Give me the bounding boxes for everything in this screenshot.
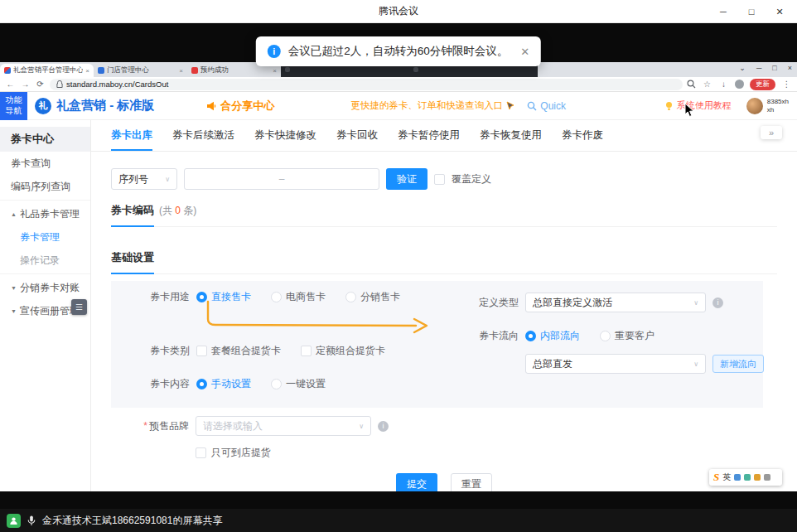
radio-icon [271,292,282,302]
browser-tab-store-admin[interactable]: 门店管理中心 × [94,64,187,77]
tab-card-restore[interactable]: 券卡恢复使用 [480,120,542,151]
mic-icon [27,515,36,526]
sidebar-item-card-query[interactable]: 券卡查询 [0,152,90,175]
tabs-overflow-button[interactable]: » [761,126,782,139]
radio-ecommerce-sale[interactable]: 电商售卡 [271,290,326,304]
share-status-text: 金禾通技术王斌18662591081的屏幕共享 [42,514,222,528]
function-nav-toggle[interactable]: 功能 导航 [0,92,27,120]
chevron-down-icon: ∨ [693,360,698,368]
info-circle-icon: i [268,45,281,58]
ime-toolbox-icon[interactable] [764,474,770,481]
presale-brand-label: *预售品牌 [111,419,189,433]
browser-close-button[interactable]: × [788,64,792,72]
tab-close-icon[interactable]: × [273,67,277,75]
radio-direct-sale[interactable]: 直接售卡 [196,290,251,304]
close-button[interactable]: ✕ [766,0,794,23]
radio-internal-flow[interactable]: 内部流向 [525,329,580,343]
tab-close-icon[interactable]: × [85,67,89,75]
radio-icon [600,331,611,341]
sidebar-collapse-handle[interactable]: ☰ [71,299,87,315]
form-actions: 提交 重置 [91,473,797,491]
tab-card-recycle[interactable]: 券卡回收 [336,120,378,151]
sidebar-item-operation-log[interactable]: 操作记录 [0,249,90,272]
sidebar-item-code-sequence-query[interactable]: 编码序列查询 [0,175,90,198]
user-avatar [746,98,763,114]
browser-navbar: ← → ⟳ standard.maboy.cn/CardsOut ☆ ↓ 更新 … [0,77,797,92]
tab-card-outbound[interactable]: 券卡出库 [111,120,152,151]
basic-settings-title: 基础设置 [111,250,154,274]
define-type-select[interactable]: 总部直接定义激活 ∨ [525,293,706,312]
ime-language-toggle[interactable]: 英 [722,472,731,483]
required-asterisk: * [143,420,147,432]
promo-text: 更快捷的券卡、订单和快递查询入口 [350,99,503,112]
tab-card-quick-edit[interactable]: 券卡快捷修改 [254,120,316,151]
radio-manual-setup[interactable]: 手动设置 [196,377,251,391]
brand-logo-icon: 礼 [35,98,51,114]
share-center-label: 合分享中心 [220,99,274,114]
zoom-icon[interactable] [687,80,696,89]
user-box[interactable]: 8385xh xh [746,98,789,114]
radio-icon [271,379,282,389]
basic-settings-panel: 券卡用途 直接售卡 电商售卡 分销售卡 [111,281,763,408]
store-only-checkbox[interactable] [196,447,206,458]
checkbox-fixed-combo[interactable]: 定额组合提货卡 [301,344,385,358]
address-bar[interactable]: standard.maboy.cn/CardsOut [50,79,683,90]
presale-brand-select[interactable]: 请选择或输入 ∨ [196,416,371,436]
quick-search[interactable]: Quick [527,100,566,112]
meeting-window: 腾讯会议 ─ □ ✕ 礼盒营销平台管理中心 × 门店管理中心 × [0,0,797,532]
radio-icon [196,379,207,389]
reset-button[interactable]: 重置 [451,473,492,491]
back-icon[interactable]: ← [5,80,16,89]
tab-card-void[interactable]: 券卡作废 [562,120,603,151]
toast-close-icon[interactable]: ✕ [520,46,529,58]
tab-card-activation[interactable]: 券卡后续激活 [172,120,234,151]
ime-mic-icon[interactable] [734,474,741,481]
radio-distribution-sale[interactable]: 分销售卡 [345,290,400,304]
usage-row: 券卡用途 直接售卡 电商售卡 分销售卡 [140,290,413,304]
flow-select[interactable]: 总部直发 ∨ [525,354,706,374]
ime-keyboard-icon[interactable] [754,474,761,481]
browser-minimize-button[interactable]: ─ [756,64,761,72]
ime-handwrite-icon[interactable] [744,474,751,481]
info-icon[interactable]: i [378,421,389,432]
tutorial-link[interactable]: 系统使用教程 [664,99,732,112]
download-icon[interactable]: ↓ [718,80,729,89]
ime-toolbar[interactable]: S 英 [709,469,782,486]
tab-card-suspend[interactable]: 券卡暂停使用 [398,120,460,151]
maximize-button[interactable]: □ [737,0,766,23]
browser-tab-gift-admin[interactable]: 礼盒营销平台管理中心 × [0,64,94,77]
add-flow-button[interactable]: 新增流向 [712,355,764,373]
quick-search-label: Quick [540,100,566,112]
refresh-icon[interactable]: ⟳ [35,80,46,89]
tab-favicon [191,67,198,74]
radio-label: 内部流向 [540,329,580,343]
presale-brand-placeholder: 请选择或输入 [203,419,263,433]
minimize-button[interactable]: ─ [709,0,737,23]
tab-search-icon[interactable]: ⌄ [739,64,746,72]
checkbox-package-combo[interactable]: 套餐组合提货卡 [196,344,281,358]
browser-maximize-button[interactable]: □ [772,64,776,72]
sidebar-group-distribution-reconcile[interactable]: ▼ 分销券卡对账 [0,276,90,299]
verify-button[interactable]: 验证 [386,168,427,190]
share-center-link[interactable]: 合分享中心 [205,99,274,114]
window-titlebar: 腾讯会议 ─ □ ✕ [0,0,797,23]
tab-label: 券卡出库 [111,128,152,143]
serial-range-input[interactable]: – [184,168,379,190]
radio-oneclick-setup[interactable]: 一键设置 [271,377,326,391]
screen-share-bar: 金禾通技术王斌18662591081的屏幕共享 [0,509,797,532]
submit-button[interactable]: 提交 [396,473,437,491]
radio-label: 电商售卡 [286,290,326,304]
browser-profile-icon[interactable] [735,80,744,89]
serial-type-select[interactable]: 序列号 ∨ [111,168,177,190]
browser-update-badge[interactable]: 更新 [750,79,775,90]
sidebar-group-gift-card-mgmt[interactable]: ▲ 礼品券卡管理 [0,202,90,225]
tab-close-icon[interactable]: × [179,67,183,75]
forward-icon[interactable]: → [20,80,31,89]
sidebar-item-card-mgmt[interactable]: 券卡管理 [0,225,90,249]
ime-logo-icon[interactable]: S [713,471,719,484]
bookmark-star-icon[interactable]: ☆ [702,80,712,89]
browser-menu-icon[interactable]: ⋮ [781,80,792,89]
info-icon[interactable]: i [712,297,723,308]
radio-key-customer[interactable]: 重要客户 [600,329,655,343]
override-checkbox[interactable] [434,174,445,185]
